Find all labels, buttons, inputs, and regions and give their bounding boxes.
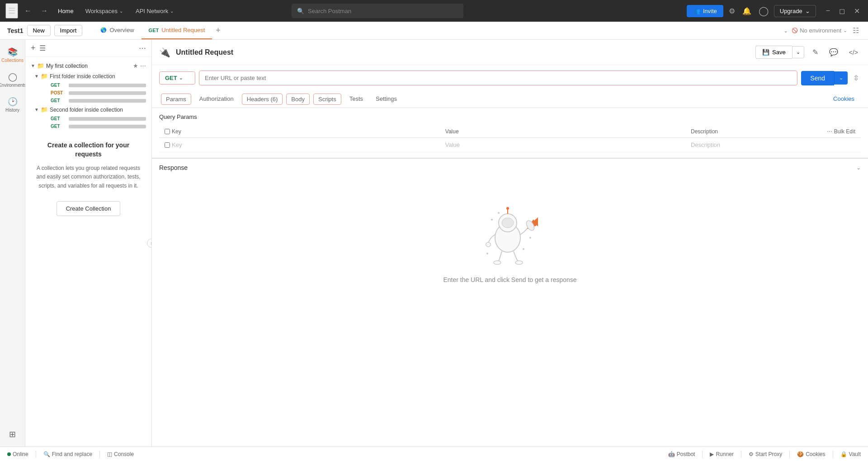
send-button[interactable]: Send — [801, 71, 834, 85]
forward-button[interactable]: → — [38, 5, 51, 17]
collapse-panel-button[interactable]: › — [147, 239, 152, 248]
tab-settings[interactable]: Settings — [369, 91, 403, 108]
resize-icon[interactable]: ⇳ — [851, 72, 861, 84]
tab-params[interactable]: Params — [161, 94, 191, 105]
request-item[interactable]: GET — [34, 97, 151, 104]
request-bar — [69, 125, 146, 128]
collection-more-button[interactable]: ⋯ — [140, 62, 146, 69]
request-item[interactable]: GET — [34, 122, 151, 130]
collection-chevron-icon: ▼ — [31, 63, 35, 68]
sidebar-item-history[interactable]: 🕑 History — [2, 93, 24, 116]
upgrade-button[interactable]: Upgrade ⌄ — [774, 5, 816, 17]
code-button[interactable]: </> — [846, 46, 861, 59]
request-item[interactable]: GET — [34, 81, 151, 89]
cookies-status-button[interactable]: 🍪 Cookies — [797, 451, 825, 457]
sidebar-item-collections[interactable]: 📚 Collections — [2, 43, 24, 66]
save-dropdown-button[interactable]: ⌄ — [792, 46, 804, 58]
request-item[interactable]: GET — [34, 115, 151, 122]
back-button[interactable]: ← — [22, 5, 34, 17]
folder-1-name: First folder inside collection — [50, 73, 115, 80]
api-network-dropdown[interactable]: API Network ⌄ — [131, 6, 178, 16]
filter-button[interactable]: ☰ — [39, 44, 46, 52]
avatar-icon[interactable]: ◯ — [757, 4, 770, 18]
response-title: Response — [159, 164, 856, 171]
method-selector[interactable]: GET ⌄ — [159, 71, 195, 85]
collection-star-button[interactable]: ★ — [133, 62, 138, 69]
url-input[interactable] — [199, 71, 797, 85]
import-button[interactable]: Import — [54, 25, 83, 36]
new-button[interactable]: New — [27, 25, 51, 36]
tab-authorization[interactable]: Authorization — [193, 91, 240, 108]
postbot-button[interactable]: 🤖 Postbot — [668, 451, 695, 457]
api-network-label: API Network — [136, 8, 168, 14]
online-status[interactable]: Online — [7, 451, 28, 457]
create-collection-button[interactable]: Create Collection — [57, 201, 121, 216]
runner-button[interactable]: ▶ Runner — [710, 451, 733, 457]
folder-2-name: Second folder inside collection — [50, 107, 123, 113]
tab-cookies[interactable]: Cookies — [827, 91, 861, 108]
postbot-label: Postbot — [677, 451, 695, 457]
add-collection-button[interactable]: + — [31, 43, 36, 53]
collection-header[interactable]: ▼ 📁 My first collection ★ ⋯ — [25, 61, 151, 71]
environment-settings-icon[interactable]: ☷ — [851, 24, 861, 37]
notifications-icon[interactable]: 🔔 — [741, 5, 753, 17]
minimize-button[interactable]: − — [823, 6, 833, 16]
hamburger-icon[interactable]: ☰ — [5, 3, 18, 19]
online-label: Online — [13, 451, 28, 457]
tab-scripts[interactable]: Scripts — [313, 94, 341, 105]
vault-button[interactable]: 🔒 Vault — [840, 451, 861, 457]
close-button[interactable]: ✕ — [851, 6, 863, 16]
method-badge-get: GET — [51, 116, 65, 121]
workspaces-dropdown[interactable]: Workspaces ⌄ — [81, 6, 127, 16]
window-controls: − ◻ ✕ — [823, 6, 863, 16]
save-label: Save — [772, 49, 786, 56]
svg-point-9 — [523, 248, 524, 250]
runner-label: Runner — [716, 451, 733, 457]
method-chevron-icon: ⌄ — [179, 75, 183, 80]
select-all-checkbox[interactable] — [165, 129, 170, 134]
main-content: 🔌 Untitled Request 💾 Save ⌄ ✎ 💬 </> GET — [152, 40, 868, 447]
tab-right-area: ⌄ 🚫 No environment ⌄ ☷ — [783, 24, 861, 37]
save-button[interactable]: 💾 Save — [755, 46, 792, 59]
request-tab[interactable]: GET Untitled Request — [142, 22, 212, 39]
send-dropdown-button[interactable]: ⌄ — [834, 71, 848, 85]
svg-point-10 — [486, 253, 488, 254]
tab-tests[interactable]: Tests — [343, 91, 369, 108]
comment-button[interactable]: 💬 — [826, 45, 841, 59]
request-bar — [69, 84, 146, 87]
add-tab-button[interactable]: + — [212, 26, 224, 35]
more-options-button[interactable]: ⋯ — [139, 44, 146, 52]
row-checkbox[interactable] — [165, 142, 170, 148]
sidebar-icons: 📚 Collections ◯ Environments 🕑 History ⊞ — [0, 40, 25, 447]
search-bar[interactable]: 🔍 Search Postman — [292, 4, 463, 18]
query-params-section: Query Params Key Value — [152, 108, 868, 158]
overview-tab[interactable]: 🌎 Overview — [93, 22, 141, 39]
svg-point-3 — [486, 242, 491, 247]
tab-headers[interactable]: Headers (6) — [242, 94, 283, 105]
folder-1-header[interactable]: ▼ 📁 First folder inside collection — [34, 71, 151, 81]
sidebar-item-environments[interactable]: ◯ Environments — [2, 68, 24, 91]
home-link[interactable]: Home — [54, 6, 77, 16]
tab-body[interactable]: Body — [286, 94, 310, 105]
console-button[interactable]: ◫ Console — [107, 451, 134, 457]
invite-button[interactable]: 👥 Invite — [687, 5, 723, 17]
bulk-edit-button[interactable]: ⋯ Bulk Edit — [827, 128, 855, 135]
send-button-group: Send ⌄ — [801, 71, 848, 85]
sidebar-item-apps[interactable]: ⊞ — [2, 426, 24, 443]
key-cell: Key — [159, 138, 440, 152]
cookies-label: Cookies — [806, 451, 825, 457]
maximize-button[interactable]: ◻ — [836, 6, 848, 16]
response-header[interactable]: Response ⌄ — [152, 158, 868, 177]
edit-button[interactable]: ✎ — [810, 45, 821, 59]
settings-icon[interactable]: ⚙ — [727, 5, 737, 17]
workspace-name: Test1 — [7, 27, 24, 34]
folder-2-header[interactable]: ▼ 📁 Second folder inside collection — [34, 104, 151, 115]
request-item[interactable]: POST — [34, 89, 151, 97]
find-replace-button[interactable]: 🔍 Find and replace — [43, 451, 92, 457]
folder-2-chevron-icon: ▼ — [34, 107, 39, 112]
query-params-title: Query Params — [159, 113, 861, 120]
folder-item-2: ▼ 📁 Second folder inside collection GET … — [25, 104, 151, 130]
response-empty-state: Enter the URL and click Send to get a re… — [152, 177, 868, 301]
start-proxy-button[interactable]: ⚙ Start Proxy — [749, 451, 782, 457]
environment-selector[interactable]: 🚫 No environment ⌄ — [792, 27, 847, 34]
